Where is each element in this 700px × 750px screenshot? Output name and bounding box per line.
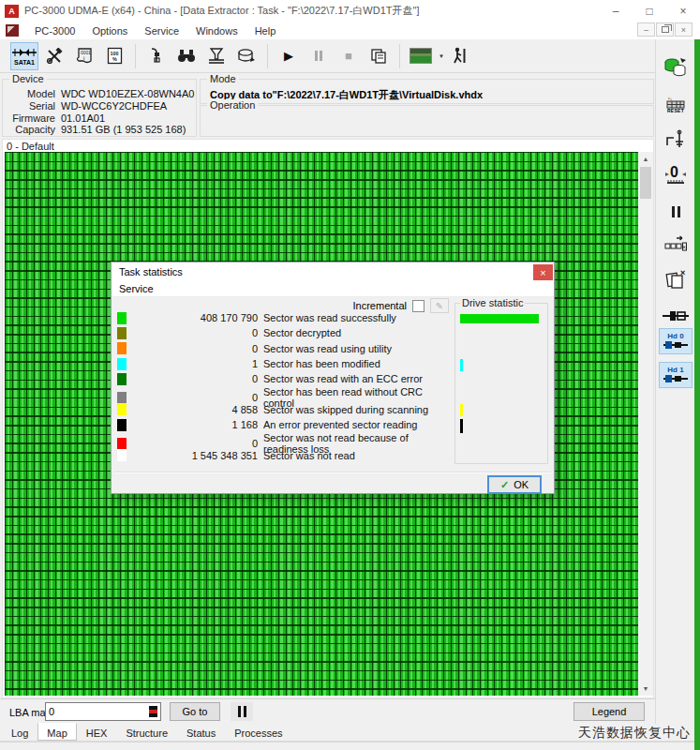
task-icon <box>6 24 19 37</box>
sector-count: 0 <box>138 392 258 403</box>
tab-hex[interactable]: HEX <box>77 724 117 741</box>
color-swatch <box>117 358 127 370</box>
lba-input[interactable]: 0 <box>45 702 161 721</box>
ok-button[interactable]: ✓ OK <box>487 475 542 494</box>
stop-button[interactable]: ■ <box>335 42 363 70</box>
maximize-button[interactable]: □ <box>633 1 666 22</box>
sector-count: 0 <box>138 343 258 354</box>
reset-grid-icon: ¹↓ <box>665 96 686 109</box>
discard-pages-button[interactable]: × <box>659 266 693 294</box>
jumper-button[interactable] <box>659 302 693 330</box>
device-capacity-row: Capacity 931.51 GB (1 953 525 168) <box>3 124 196 136</box>
menu-help[interactable]: Help <box>246 25 285 37</box>
mdi-minimize-button[interactable]: – <box>637 22 655 37</box>
drive-statistic-bars <box>455 304 547 464</box>
sidebar-pause-button[interactable] <box>659 199 693 227</box>
copy-tasks-button[interactable] <box>365 42 393 70</box>
drive-copy-button[interactable] <box>659 54 693 82</box>
chip-exchange-button[interactable]: × <box>659 231 693 259</box>
sata1-label: SATA1 <box>14 59 35 66</box>
filter-button[interactable] <box>202 42 231 70</box>
map-view-dropdown[interactable]: ▼ <box>439 53 444 59</box>
firmware-value: 01.01A01 <box>61 112 105 125</box>
drive-stat-bar <box>460 359 463 371</box>
color-swatch <box>117 419 127 431</box>
dialog-separator <box>114 472 551 473</box>
mdi-close-button[interactable]: × <box>675 22 693 37</box>
stat-row: 0 Sector was read using utility <box>117 341 451 356</box>
sector-label: Sector was not read <box>263 450 451 461</box>
menu-bar: PC-3000 Options Service Windows Help – × <box>0 22 700 39</box>
map-view-button[interactable] <box>407 42 435 70</box>
scroll-thumb[interactable] <box>640 167 651 199</box>
menu-pc3000[interactable]: PC-3000 <box>26 25 83 37</box>
percent-doc-icon: 100% <box>107 47 123 65</box>
scroll-up-icon[interactable]: ▲ <box>638 152 653 166</box>
exit-task-button[interactable] <box>445 42 473 70</box>
utility-button[interactable] <box>142 42 171 70</box>
restore-icon <box>662 26 669 33</box>
tab-map[interactable]: Map <box>37 723 76 741</box>
reset-button[interactable]: ¹↓ RESET <box>659 90 693 118</box>
mdi-restore-button[interactable] <box>656 22 674 37</box>
disk-image-button[interactable] <box>232 42 261 70</box>
mode-panel-title: Mode <box>207 73 239 84</box>
device-panel: Device Model WDC WD10EZEX-08WN4A0 Serial… <box>2 79 197 137</box>
drives-icon <box>663 57 688 80</box>
head-test-button[interactable] <box>659 126 693 154</box>
window-title: PC-3000 UDMA-E (x64) - China - [Data Ext… <box>24 4 419 18</box>
menu-service[interactable]: Service <box>136 25 187 37</box>
search-button[interactable] <box>172 42 201 70</box>
dialog-menu-service[interactable]: Service <box>119 283 154 294</box>
tools-button[interactable] <box>40 42 68 70</box>
tab-status[interactable]: Status <box>177 724 225 741</box>
oscilloscope-button[interactable]: 0 <box>659 161 693 189</box>
model-label: Model <box>3 88 55 100</box>
disk-image-icon <box>237 48 256 65</box>
task-statistics-dialog: Task statistics × Service Incremental ✎ … <box>111 262 555 494</box>
goto-button[interactable]: Go to <box>170 702 220 721</box>
scroll-down-icon[interactable]: ▼ <box>638 682 653 696</box>
sector-label: An error prevented sector reading <box>263 419 451 430</box>
map-view-icon <box>410 48 432 64</box>
script-button[interactable]: 0001i <box>70 42 98 70</box>
close-button[interactable]: × <box>666 1 700 22</box>
sector-count: 1 <box>138 358 258 369</box>
percent-report-button[interactable]: 100% <box>100 42 128 70</box>
lba-pause-button[interactable] <box>231 702 253 721</box>
ok-label: OK <box>514 479 529 490</box>
legend-button[interactable]: Legend <box>573 702 645 721</box>
dialog-close-button[interactable]: × <box>533 264 553 280</box>
sata-port-icon <box>12 47 37 58</box>
lba-marker-icon[interactable] <box>149 706 157 717</box>
start-button[interactable]: ▶ <box>275 42 303 70</box>
sector-label: Sector was read using utility <box>263 343 451 354</box>
menu-windows[interactable]: Windows <box>187 25 246 37</box>
pages-delete-icon: × <box>663 268 688 292</box>
sector-count: 0 <box>138 438 258 449</box>
stat-row: 1 168 An error prevented sector reading <box>117 417 451 432</box>
watermark-text: 天浩数据恢复中心 <box>578 725 691 742</box>
walking-man-icon <box>452 47 467 65</box>
tab-structure[interactable]: Structure <box>116 724 177 741</box>
stat-row: 0 Sector decrypted <box>117 325 451 340</box>
hd1-label: Hd 1 <box>667 367 683 374</box>
hd-connector-icon <box>663 374 688 383</box>
tab-log[interactable]: Log <box>2 724 37 741</box>
firmware-label: Firmware <box>3 112 55 125</box>
svg-text:×: × <box>680 268 685 278</box>
sata1-port-button[interactable]: SATA1 <box>10 42 38 70</box>
hd0-button[interactable]: Hd 0 <box>659 328 693 354</box>
utility-icon <box>148 47 165 65</box>
color-swatch <box>117 327 127 339</box>
dialog-title-bar[interactable]: Task statistics × <box>112 262 554 281</box>
hd1-button[interactable]: Hd 1 <box>659 362 693 388</box>
minimize-button[interactable]: – <box>599 1 633 22</box>
hd-connector-icon <box>663 340 688 350</box>
map-scrollbar[interactable]: ▲ ▼ <box>638 152 653 696</box>
tab-processes[interactable]: Processes <box>225 724 291 741</box>
pause-button[interactable] <box>305 42 333 70</box>
menu-options[interactable]: Options <box>83 25 136 37</box>
binoculars-icon <box>177 49 196 63</box>
toolbar-separator <box>135 44 136 68</box>
